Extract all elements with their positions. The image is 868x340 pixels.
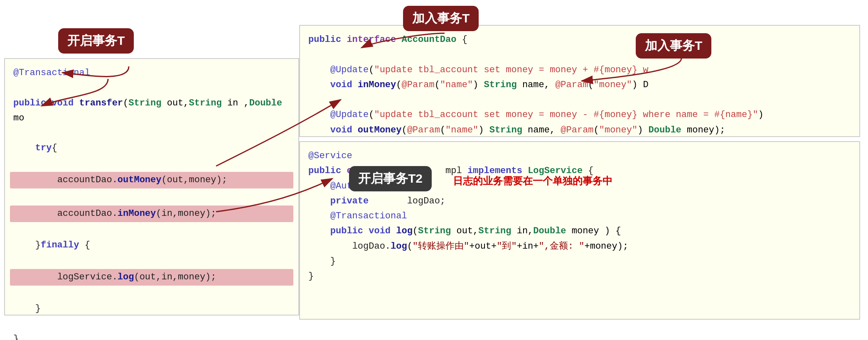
log-service-line: logService.log(out,in,money);: [13, 269, 290, 286]
method-signature: public void transfer(String out,String i…: [13, 96, 290, 126]
private-logdao: private logDao;: [308, 194, 851, 209]
account-dao-code-box: public interface AccountDao { @Update("u…: [299, 25, 860, 137]
blank2: [13, 126, 290, 141]
blank5: [13, 223, 290, 238]
tooltip-join-t2: 加入事务T: [636, 33, 711, 59]
blank6: [13, 253, 290, 268]
tooltip-join-t1: 加入事务T: [403, 6, 479, 31]
note-separate-transaction: 日志的业务需要在一个单独的事务中: [453, 174, 612, 188]
blank7: [13, 286, 290, 301]
out-money-method: void outMoney(@Param("name") String name…: [308, 123, 851, 138]
out-money-line: accountDao.outMoney(out,money);: [13, 172, 290, 188]
tooltip-start-t: 开启事务T: [58, 28, 134, 54]
logdao-log-call: logDao.log("转账操作由"+out+"到"+in+",金额: "+mo…: [308, 239, 851, 254]
log-method-sig: public void log(String out,String in,Dou…: [308, 224, 851, 239]
method-close: }: [13, 332, 290, 340]
transactional-annotation2: @Transactional: [308, 209, 851, 224]
blank8: [13, 317, 290, 332]
tooltip-start-t2: 开启事务T2: [349, 166, 432, 191]
service-annotation: @Service: [308, 149, 851, 164]
interface-declaration: public interface AccountDao {: [308, 32, 851, 47]
transactional-annotation: @Transactional: [13, 66, 290, 81]
log-method-close: }: [308, 254, 851, 269]
in-money-method: void inMoney(@Param("name") String name,…: [308, 78, 851, 93]
finally-open: }finally {: [13, 238, 290, 253]
blank1: [13, 81, 290, 95]
blank3: [13, 156, 290, 171]
try-open: try{: [13, 141, 290, 156]
blank-tr2: [308, 93, 851, 108]
blank-tr1: [308, 47, 851, 62]
update-ann1: @Update("update tbl_account set money = …: [308, 63, 851, 78]
in-money-line: accountDao.inMoney(in,money);: [13, 205, 290, 222]
update-ann2: @Update("update tbl_account set money = …: [308, 108, 851, 122]
blank4: [13, 189, 290, 204]
class-close: }: [308, 269, 851, 284]
finally-close: }: [13, 301, 290, 316]
left-code-box: @Transactional public void transfer(Stri…: [4, 58, 299, 316]
